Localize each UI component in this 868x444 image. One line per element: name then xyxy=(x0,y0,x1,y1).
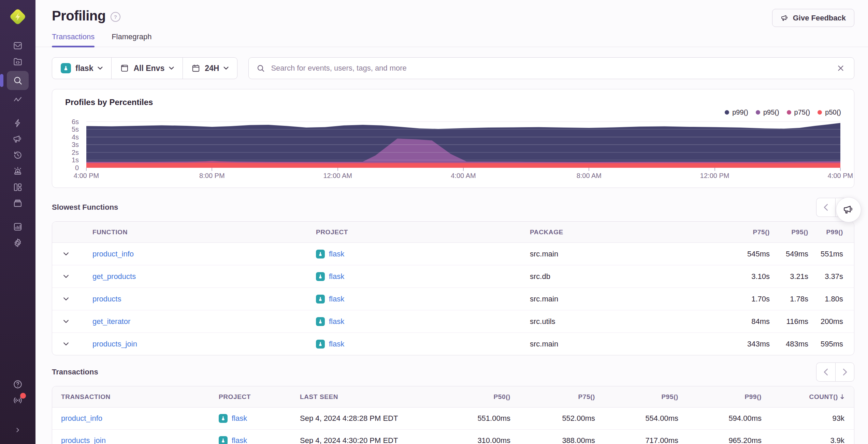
prev-page-button[interactable] xyxy=(816,362,835,382)
transaction-link[interactable]: products_join xyxy=(61,436,106,444)
function-link[interactable]: products xyxy=(92,295,121,303)
tab-flamegraph[interactable]: Flamegraph xyxy=(112,32,151,47)
sidebar-item-issues[interactable] xyxy=(7,38,29,54)
percentiles-chart: 01s2s3s4s5s6s xyxy=(86,118,840,168)
sidebar-item-alerts[interactable] xyxy=(7,163,29,179)
next-page-button[interactable] xyxy=(835,362,854,382)
environment-filter-label: All Envs xyxy=(133,64,164,73)
sidebar-item-stats[interactable] xyxy=(7,219,29,235)
project-filter[interactable]: flask xyxy=(52,58,111,79)
tab-transactions[interactable]: Transactions xyxy=(52,32,95,47)
transactions-header: Transactions xyxy=(52,362,854,382)
function-link[interactable]: get_products xyxy=(92,272,136,281)
column-project: PROJECT xyxy=(316,228,530,236)
legend-item-p95[interactable]: p95() xyxy=(756,108,779,116)
table-row: product_infoflasksrc.main545ms549ms551ms xyxy=(52,243,854,265)
floating-feedback-button[interactable] xyxy=(836,197,861,222)
page-header: Profiling ? Give Feedback Transactions F… xyxy=(52,0,854,47)
chevron-down-icon xyxy=(63,342,69,346)
column-p75: P75() xyxy=(510,393,595,401)
sidebar-item-dashboards[interactable] xyxy=(7,179,29,195)
transactions-table: TRANSACTION PROJECT LAST SEEN P50() P75(… xyxy=(52,386,854,444)
trace-zigzag-icon xyxy=(13,94,23,105)
slowest-functions-table-header: FUNCTION PROJECT PACKAGE P75() P95() P99… xyxy=(52,222,854,243)
y-axis-label: 0 xyxy=(75,164,79,172)
sidebar-item-insights[interactable] xyxy=(7,115,29,131)
column-p95: P95() xyxy=(770,228,808,236)
project-link[interactable]: flask xyxy=(329,340,344,349)
legend-item-p50[interactable]: p50() xyxy=(818,108,841,116)
column-last-seen: LAST SEEN xyxy=(300,393,426,401)
p99-cell: 3.37s xyxy=(808,272,854,281)
sidebar-item-settings[interactable] xyxy=(7,235,29,251)
sidebar-item-explore[interactable] xyxy=(7,71,29,90)
chevron-left-icon xyxy=(824,204,828,211)
package-cell: src.main xyxy=(530,340,727,349)
chevron-down-icon xyxy=(63,275,69,278)
megaphone-icon xyxy=(13,134,23,144)
function-link[interactable]: products_join xyxy=(92,340,137,348)
project-link[interactable]: flask xyxy=(232,414,247,423)
expand-row-button[interactable] xyxy=(52,274,74,279)
sidebar-collapse-toggle[interactable] xyxy=(7,422,29,438)
date-range-filter[interactable]: 24H xyxy=(183,58,237,79)
table-row: product_infoflaskSep 4, 2024 4:28:28 PM … xyxy=(52,408,854,429)
chart-title: Profiles by Percentiles xyxy=(65,98,841,107)
column-p99: P99() xyxy=(678,393,762,401)
flask-project-icon xyxy=(316,295,325,304)
p95-cell: 549ms xyxy=(770,250,808,258)
close-icon xyxy=(836,64,845,73)
expand-row-button[interactable] xyxy=(52,319,74,324)
expand-row-button[interactable] xyxy=(52,297,74,301)
column-count-sort[interactable]: COUNT() xyxy=(762,393,854,401)
transactions-title: Transactions xyxy=(52,368,98,376)
siren-icon xyxy=(13,166,23,176)
help-tooltip-icon[interactable]: ? xyxy=(111,12,120,22)
sidebar-item-feedback[interactable] xyxy=(7,131,29,147)
package-cell: src.main xyxy=(530,295,727,304)
slowest-functions-header: Slowest Functions xyxy=(52,197,854,217)
table-row: products_joinflasksrc.main343ms483ms595m… xyxy=(52,332,854,355)
environment-filter[interactable]: All Envs xyxy=(111,58,183,79)
sidebar-item-help[interactable] xyxy=(7,376,29,392)
chart-plot-area[interactable] xyxy=(86,118,840,168)
project-link[interactable]: flask xyxy=(232,436,247,444)
column-transaction: TRANSACTION xyxy=(52,393,219,401)
chevron-down-icon xyxy=(63,320,69,323)
flask-project-icon xyxy=(219,436,228,444)
transaction-link[interactable]: product_info xyxy=(61,414,102,423)
legend-item-p75[interactable]: p75() xyxy=(787,108,810,116)
search-icon xyxy=(13,75,23,86)
column-function: FUNCTION xyxy=(74,228,316,236)
project-link[interactable]: flask xyxy=(329,317,344,326)
legend-dot xyxy=(818,110,822,115)
megaphone-icon xyxy=(781,14,789,22)
project-link[interactable]: flask xyxy=(329,272,344,281)
transactions-pagination xyxy=(816,362,854,382)
expand-row-button[interactable] xyxy=(52,252,74,256)
sidebar-item-whats-new[interactable] xyxy=(7,392,29,408)
sidebar-item-projects[interactable] xyxy=(7,54,29,70)
sort-desc-arrow-icon xyxy=(840,394,844,400)
column-p95: P95() xyxy=(595,393,678,401)
function-link[interactable]: product_info xyxy=(92,250,134,258)
p95-cell: 3.21s xyxy=(770,272,808,281)
project-link[interactable]: flask xyxy=(329,250,344,258)
megaphone-icon xyxy=(843,204,854,216)
prev-page-button[interactable] xyxy=(816,198,835,217)
function-link[interactable]: get_iterator xyxy=(92,317,130,326)
sidebar-item-releases[interactable] xyxy=(7,195,29,211)
expand-row-button[interactable] xyxy=(52,342,74,346)
sidebar-item-replays[interactable] xyxy=(7,147,29,163)
legend-item-p99[interactable]: p99() xyxy=(725,108,748,116)
column-p99: P99() xyxy=(808,228,854,236)
search-input[interactable] xyxy=(270,63,830,73)
give-feedback-button[interactable]: Give Feedback xyxy=(772,9,854,27)
page-filter-group: flask All Envs 24H xyxy=(52,57,237,79)
project-link[interactable]: flask xyxy=(329,295,344,304)
folder-code-icon xyxy=(13,57,23,67)
search-clear-button[interactable] xyxy=(835,62,847,74)
p95-cell: 717.00ms xyxy=(595,436,678,444)
sentry-logo[interactable] xyxy=(7,6,28,29)
sidebar-item-traces[interactable] xyxy=(7,91,29,107)
